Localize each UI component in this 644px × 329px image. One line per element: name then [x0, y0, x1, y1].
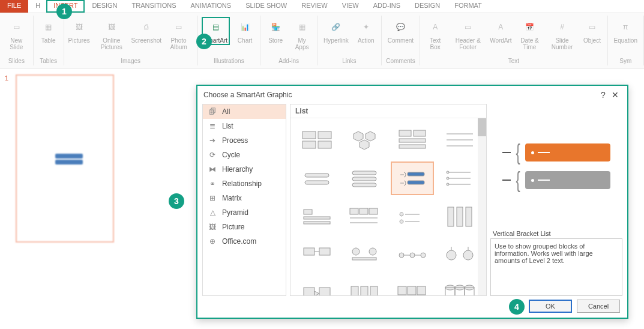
svg-point-37 [400, 213, 403, 216]
slide-number: 1 [5, 74, 8, 82]
textbox-button[interactable]: AText Box [424, 17, 447, 52]
tab-addins[interactable]: ADD-INS [366, 0, 408, 13]
svg-rect-44 [304, 248, 314, 255]
svg-rect-8 [414, 130, 426, 136]
gallery-item[interactable] [295, 200, 339, 234]
svg-rect-0 [302, 131, 316, 139]
svg-rect-59 [304, 288, 314, 295]
tab-format[interactable]: FORMAT [447, 0, 489, 13]
table-icon: ▦ [40, 18, 58, 36]
action-button[interactable]: ✦Action [355, 17, 378, 45]
svg-point-39 [400, 220, 403, 223]
photo-album-button[interactable]: ▭Photo Album [164, 17, 194, 52]
textbox-icon: A [426, 18, 444, 36]
tab-slideshow[interactable]: SLIDE SHOW [238, 0, 294, 13]
svg-rect-16 [352, 171, 376, 175]
gallery-item[interactable] [343, 238, 387, 272]
slidenumber-button[interactable]: #Slide Number [547, 17, 577, 52]
tab-view[interactable]: VIEW [335, 0, 366, 13]
category-hierarchy[interactable]: ⧓Hierarchy [203, 162, 286, 177]
close-button[interactable]: ✕ [609, 90, 621, 100]
tab-home[interactable]: H [28, 0, 46, 13]
tab-transitions[interactable]: TRANSITIONS [125, 0, 184, 13]
gallery-item[interactable] [439, 238, 482, 272]
slide-thumbnail-1[interactable] [16, 74, 114, 243]
svg-rect-33 [360, 208, 368, 214]
svg-rect-65 [398, 286, 406, 295]
preview-description: Use to show grouped blocks of informatio… [490, 238, 622, 296]
svg-point-47 [352, 248, 360, 255]
preview-brace: { [516, 169, 520, 191]
ok-button[interactable]: OK [529, 300, 572, 313]
object-button[interactable]: ▭Object [581, 17, 604, 45]
svg-rect-34 [369, 208, 378, 214]
tab-design[interactable]: DESIGN [85, 0, 124, 13]
svg-rect-42 [457, 207, 463, 226]
gallery-item[interactable] [343, 161, 387, 195]
gallery-item[interactable] [295, 123, 339, 157]
svg-rect-20 [408, 172, 424, 176]
category-cycle[interactable]: ⟳Cycle [203, 148, 286, 162]
category-office[interactable]: ⊕Office.com [203, 234, 286, 249]
gallery-item[interactable] [391, 123, 434, 157]
gallery-item[interactable] [439, 123, 482, 157]
tab-animations[interactable]: ANIMATIONS [184, 0, 239, 13]
gallery-item[interactable] [391, 200, 434, 234]
tab-file[interactable]: FILE [0, 0, 28, 13]
chart-button[interactable]: 📊Chart [233, 17, 256, 45]
gallery-item[interactable] [439, 161, 482, 195]
myapps-button[interactable]: ▦My Apps [290, 17, 313, 52]
gallery-item[interactable] [391, 277, 434, 295]
gallery-item[interactable] [391, 238, 434, 272]
preview-dash [502, 152, 511, 153]
category-picture[interactable]: 🖼Picture [203, 220, 286, 234]
header-footer-button[interactable]: ▭Header & Footer [450, 17, 486, 52]
gallery-item[interactable] [295, 238, 339, 272]
equation-icon: π [616, 18, 634, 36]
table-button[interactable]: ▦Table [37, 17, 60, 45]
gallery-item[interactable] [439, 277, 482, 295]
gallery-item[interactable] [295, 161, 339, 195]
category-pyramid[interactable]: △Pyramid [203, 205, 286, 220]
datetime-button[interactable]: 📅Date & Time [516, 17, 543, 52]
action-icon: ✦ [357, 18, 375, 36]
screenshot-icon: ⎙ [137, 18, 155, 36]
cancel-button[interactable]: Cancel [577, 300, 620, 313]
gallery-item[interactable] [439, 200, 482, 234]
gallery-item-selected[interactable] [391, 161, 434, 195]
screenshot-button[interactable]: ⎙Screenshot [133, 17, 160, 45]
pictures-button[interactable]: 🖼Pictures [68, 17, 91, 45]
help-button[interactable]: ? [597, 90, 609, 100]
tab-design-tools[interactable]: DESIGN [408, 0, 447, 13]
svg-point-50 [399, 253, 404, 258]
gallery-item[interactable] [295, 277, 339, 295]
wordart-button[interactable]: AWordArt [489, 17, 512, 45]
preview-dash [502, 180, 511, 181]
process-icon: ➔ [208, 136, 217, 145]
category-list[interactable]: ≣List [203, 119, 286, 133]
hyperlink-button[interactable]: 🔗Hyperlink [321, 17, 351, 45]
ribbon: ▭New SlideSlides ▦TableTables 🖼Pictures … [0, 13, 644, 68]
online-pictures-button[interactable]: 🖼Online Pictures [94, 17, 129, 52]
relationship-icon: ⚭ [208, 180, 217, 188]
category-relationship[interactable]: ⚭Relationship [203, 177, 286, 191]
svg-point-48 [369, 248, 376, 255]
link-icon: 🔗 [327, 18, 345, 36]
gallery-item[interactable] [343, 123, 387, 157]
category-process[interactable]: ➔Process [203, 133, 286, 148]
new-slide-button[interactable]: ▭New Slide [4, 17, 29, 52]
equation-button[interactable]: πEquation [612, 17, 640, 45]
apps-icon: ▦ [293, 18, 311, 36]
gallery-item[interactable] [343, 277, 387, 295]
smartart-gallery [290, 118, 486, 295]
comment-button[interactable]: 💬Comment [385, 17, 416, 45]
tab-review[interactable]: REVIEW [294, 0, 334, 13]
gallery-item[interactable] [343, 200, 387, 234]
album-icon: ▭ [170, 18, 188, 36]
store-button[interactable]: 🏪Store [264, 17, 287, 45]
category-matrix[interactable]: ⊞Matrix [203, 191, 286, 205]
scrollbar-thumb[interactable] [478, 118, 486, 136]
gallery-scrollbar[interactable] [478, 118, 486, 295]
category-all[interactable]: 🗐All [203, 104, 286, 119]
preview-image: { { [490, 104, 622, 229]
